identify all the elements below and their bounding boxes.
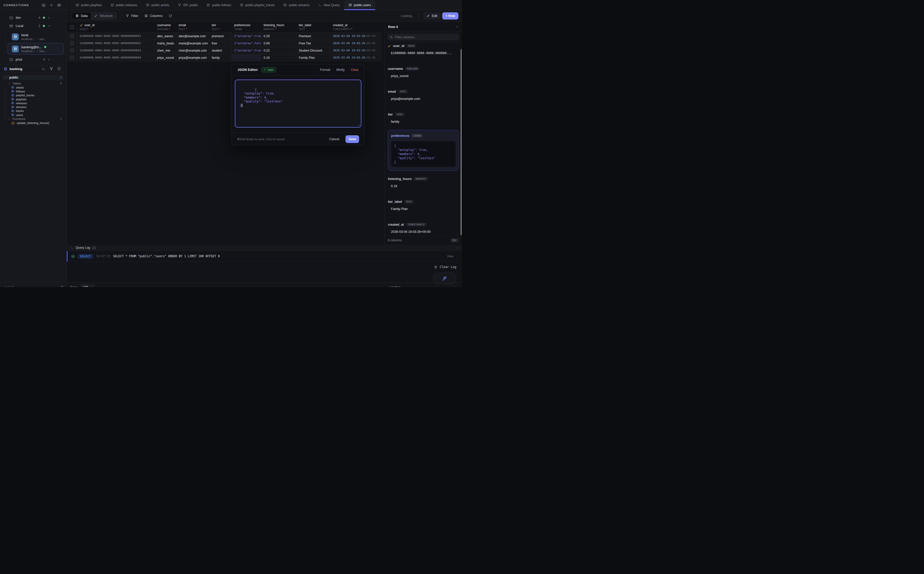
tab-public-releases[interactable]: public.releases [106,0,142,10]
minify-button[interactable]: Minify [336,68,345,72]
chevron-down-icon[interactable] [456,246,459,249]
section-tables[interactable]: Tables8 [3,81,64,85]
gear-icon[interactable] [60,285,64,287]
cell-email[interactable]: priya@example.com [176,54,209,61]
cell-preferences[interactable]: {"autoplay":false [231,40,261,47]
tab-public-playlists[interactable]: public.playlists [71,0,106,10]
cell-preferences[interactable]: {"autoplay":true, [231,33,261,39]
field-user-id[interactable]: user_idUUIDb1000000-0000-0000-0000-00000… [388,44,459,55]
cell-user-id[interactable]: b1000000-0000-0000-0000-000000000004 [77,54,154,61]
cell-listening-hours[interactable]: 0.09 [261,40,296,47]
row-checkbox[interactable] [70,42,74,45]
table-item-playlist-tracks[interactable]: playlist_tracks [3,93,64,97]
cell-listening-hours[interactable]: 0.22 [261,47,296,54]
row-checkbox[interactable] [70,56,74,59]
table-item-tracks[interactable]: tracks [3,109,64,113]
cell-listening-hours[interactable]: 0.16 [261,54,296,61]
cell-tier[interactable]: free [209,40,231,47]
folder-dev[interactable]: dev4 [0,14,66,22]
field-created-at[interactable]: created_atTIMESTAMPTZ2026-03-04 19:03:26… [388,222,459,233]
next-page-icon[interactable]: › [444,285,446,287]
prev-page-icon[interactable]: ‹ [424,285,426,287]
cell-tier-label[interactable]: Family Plan [296,54,331,61]
json-textarea[interactable]: { "autoplay": true, "members": 4, "quali… [235,80,361,128]
query-log-header[interactable]: Query Log (1) [67,244,462,251]
cell-preferences[interactable]: {"autoplay":true, [231,47,261,54]
cell-user-id[interactable]: b1000000-0000-0000-0000-000000000002 [77,40,154,47]
cancel-button[interactable]: Cancel [329,137,339,141]
table-item-artists[interactable]: artists [3,85,64,89]
cell-listening-hours[interactable]: 0.29 [261,33,296,39]
open-terminal-icon[interactable] [42,67,46,71]
query-log-entry[interactable]: SELECT 14:07:23 SELECT * FROM "public"."… [67,251,462,262]
filter-columns-input[interactable] [395,35,457,39]
resize-handle-icon[interactable] [357,123,360,126]
rows-per-page-select[interactable]: 100 [80,284,95,287]
cell-tier-label[interactable]: Free Tier [296,40,331,47]
tab-public-follows[interactable]: public.follows [202,0,235,10]
cell-username[interactable]: priya_sound [154,54,176,61]
field-card-preferences[interactable]: preferencesJSONB{ "autoplay": true, "mem… [388,130,459,171]
cell-created-at[interactable]: 2026-03-04 19:03:26+00:00 [331,33,381,39]
cell-user-id[interactable]: b1000000-0000-0000-0000-000000000003 [77,47,154,54]
panel-scrollbar[interactable] [461,49,461,235]
cell-preferences[interactable] [231,54,261,61]
tab-new-query[interactable]: New Query [314,0,344,10]
filter-button[interactable]: Filter [126,14,139,18]
connection-item-banking-lo[interactable]: banking@lo...localhost:...ban... [8,43,64,55]
field-email[interactable]: emailTEXTpriya@example.com [388,90,459,101]
cell-created-at[interactable]: 2026-03-04 19:03:26+00:00 [331,54,381,61]
er-diagram-icon[interactable] [50,67,53,71]
cell-tier-label[interactable]: Student Discount [296,47,331,54]
section-functions[interactable]: Functions1 [3,117,64,121]
cell-username[interactable]: chen_mix [154,47,176,54]
cell-username[interactable]: alex_waves [154,33,176,39]
first-page-icon[interactable]: « [414,285,416,287]
cell-email[interactable]: chen@example.com [176,47,209,54]
table-item-streams[interactable]: streams [3,105,64,109]
tab-public-streams[interactable]: public.streams [279,0,314,10]
table-item-releases[interactable]: releases [3,101,64,105]
cell-user-id[interactable]: b1000000-0000-0000-0000-000000000001 [77,33,154,39]
field-tier[interactable]: tierTEXTfamily [388,112,459,123]
table-item-playlists[interactable]: playlists [3,97,64,101]
add-row-button[interactable]: + Row [442,12,458,19]
field-username[interactable]: usernameVARCHARpriya_sound [388,67,459,78]
ai-assistant-button[interactable] [433,273,456,284]
function-item-update-listening-hours[interactable]: {}update_listening_hours() [3,121,64,125]
refresh-data-icon[interactable] [168,14,172,18]
table-item-follows[interactable]: follows [3,89,64,93]
tab-data-view[interactable]: Data [72,13,91,19]
cell-tier-label[interactable]: Premium [296,33,331,39]
field-listening-hours[interactable]: listening_hoursNUMERIC0.16 [388,177,459,188]
cell-created-at[interactable]: 2026-03-04 19:03:26+00:00 [331,47,381,54]
field-tier-label[interactable]: tier_labelTEXTFamily Plan [388,200,459,211]
add-connection-icon[interactable] [50,3,53,7]
table-item-users[interactable]: users [3,113,64,117]
clear-log-button[interactable]: Clear Log [434,265,456,269]
collapse-sidebar-icon[interactable] [57,3,61,7]
new-folder-icon[interactable] [42,3,46,7]
connection-item-local[interactable]: locallocalhost:...poc... [8,31,64,43]
folder-local[interactable]: Local2 [0,22,66,30]
save-button[interactable]: Save [345,135,359,143]
tab-public-playlist-tracks[interactable]: public.playlist_tracks [236,0,279,10]
last-page-icon[interactable]: » [454,285,456,287]
columns-button[interactable]: Columns [145,14,162,18]
cell-tier[interactable]: premium [209,33,231,39]
cell-username[interactable]: maria_beats [154,40,176,47]
tab-public-users[interactable]: public.users [344,0,376,10]
schema-row-public[interactable]: public9 [3,75,64,80]
format-button[interactable]: Format [320,68,331,72]
cell-tier[interactable]: student [209,47,231,54]
tab-structure-view[interactable]: Structure [91,13,116,19]
row-checkbox[interactable] [70,35,74,38]
folder-prod[interactable]: prod4 [0,56,66,63]
refresh-schema-icon[interactable] [57,67,61,71]
cell-tier[interactable]: family [209,54,231,61]
chevron-right-icon[interactable] [456,25,459,28]
row-checkbox[interactable] [70,49,74,52]
cell-created-at[interactable]: 2026-03-04 19:03:26+00:00 [331,40,381,47]
tab-er-public[interactable]: ER: public [173,0,202,10]
tab-public-artists[interactable]: public.artists [142,0,173,10]
